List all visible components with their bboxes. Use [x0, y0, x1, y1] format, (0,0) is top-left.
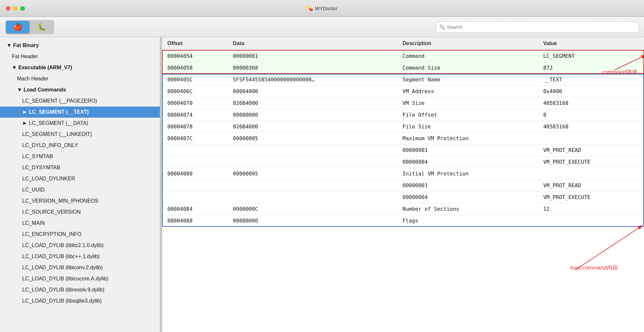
table-header-row: Offset Data Description Value	[162, 37, 644, 50]
cell-description: 00000001	[397, 144, 538, 156]
sidebar-item-lc-load-sqlite[interactable]: LC_LOAD_DYLIB (libsqlite3.dylib)	[0, 295, 160, 307]
cell-value: 40583168	[538, 97, 644, 109]
sidebar-item-lc-encryption-info[interactable]: LC_ENCRYPTION_INFO	[0, 229, 160, 240]
col-description: Description	[397, 37, 538, 50]
cell-value: LC_SEGMENT	[538, 50, 644, 62]
sidebar-item-lc-load-bz2[interactable]: LC_LOAD_DYLIB (libbz2.1.0.dylib)	[0, 240, 160, 251]
app-icon: 💊	[307, 5, 313, 11]
tab-buttons: 🍎 🐛	[5, 20, 54, 34]
cell-value: 12	[538, 203, 644, 215]
search-icon: 🔍	[439, 25, 445, 30]
sidebar-item-lc-symtab[interactable]: LC_SYMTAB	[0, 151, 160, 162]
table-area: Offset Data Description Value 0000405400…	[162, 37, 644, 332]
cell-data: 0000000C	[228, 203, 397, 215]
sidebar-item-lc-load-iconv[interactable]: LC_LOAD_DYLIB (libiconv.2.dylib)	[0, 262, 160, 273]
sidebar-item-lc-dyld[interactable]: LC_DYLD_INFO_ONLY	[0, 140, 160, 151]
sidebar-item-lc-load-dylinker[interactable]: LC_LOAD_DYLINKER	[0, 173, 160, 184]
sidebar-item-mach-header[interactable]: Mach Header	[0, 73, 160, 84]
sidebar-item-lc-uuid[interactable]: LC_UUID	[0, 184, 160, 195]
sidebar: ▼ Fat BinaryFat Header▼ Executable (ARM_…	[0, 37, 160, 332]
col-value: Value	[538, 37, 644, 50]
sidebar-item-lc-dysymtab[interactable]: LC_DYSYMTAB	[0, 162, 160, 173]
cell-value: __TEXT	[538, 74, 644, 86]
cell-value	[538, 215, 644, 227]
cell-description: Maximum VM Protection	[397, 133, 538, 144]
cell-description: File Offset	[397, 109, 538, 121]
cell-description: Number of Sections	[397, 203, 538, 215]
cell-description: File Size	[397, 121, 538, 133]
cell-data	[228, 156, 397, 168]
cell-data	[228, 144, 397, 156]
cell-value: 0	[538, 109, 644, 121]
cell-offset: 00004080	[162, 168, 228, 180]
table-row: 00000004VM_PROT_EXECUTE	[162, 156, 644, 168]
cell-offset: 00004074	[162, 109, 228, 121]
sidebar-item-lc-main[interactable]: LC_MAIN	[0, 218, 160, 229]
table-row: 0000407C00000005Maximum VM Protection	[162, 133, 644, 144]
search-input[interactable]	[436, 22, 639, 33]
sidebar-item-load-commands[interactable]: ▼ Load Commands	[0, 84, 160, 95]
cell-offset	[162, 180, 228, 191]
search-container: 🔍	[436, 22, 639, 33]
cell-data: 00000368	[228, 62, 397, 74]
cell-offset	[162, 156, 228, 168]
cell-data	[228, 191, 397, 203]
sidebar-item-executable[interactable]: ▼ Executable (ARM_V7)	[0, 62, 160, 73]
cell-data: 00000000	[228, 215, 397, 227]
table-row: 0000407400000000File Offset0	[162, 109, 644, 121]
sidebar-item-lc-data[interactable]: ► LC_SEGMENT (__DATA)	[0, 118, 160, 129]
table-row: 0000406C00004000VM Address0x4000	[162, 86, 644, 97]
app-title: WYDoctor	[315, 6, 337, 11]
cell-value: VM_PROT_READ	[538, 144, 644, 156]
toolbar: 🍎 🐛 🔍	[0, 17, 644, 37]
cell-data: 026B4000	[228, 97, 397, 109]
table-row: 0000408800000000Flags	[162, 215, 644, 227]
cell-data: 00000005	[228, 168, 397, 180]
cell-offset: 00004078	[162, 121, 228, 133]
table-row: 00000001VM_PROT_READ	[162, 180, 644, 191]
cell-description: Command Size	[397, 62, 538, 74]
col-offset: Offset	[162, 37, 228, 50]
cell-description: VM Size	[397, 97, 538, 109]
sidebar-item-lc-pagezero[interactable]: LC_SEGMENT (__PAGEZERO)	[0, 95, 160, 107]
close-button[interactable]	[6, 6, 10, 11]
window-controls	[6, 6, 25, 11]
cell-description: Segment Name	[397, 74, 538, 86]
cell-data: 00000005	[228, 133, 397, 144]
cell-offset	[162, 191, 228, 203]
table-row: 00004070026B4000VM Size40583168	[162, 97, 644, 109]
sidebar-item-lc-load-cpp[interactable]: LC_LOAD_DYLIB (libc++.1.dylib)	[0, 251, 160, 262]
sidebar-item-lc-version-min[interactable]: LC_VERSION_MIN_IPHONEOS	[0, 195, 160, 207]
cell-description: VM Address	[397, 86, 538, 97]
tab-apple[interactable]: 🍎	[6, 21, 29, 33]
sidebar-item-fat-binary[interactable]: ▼ Fat Binary	[0, 40, 160, 51]
main-content: ▼ Fat BinaryFat Header▼ Executable (ARM_…	[0, 37, 644, 332]
cell-data: 5F5F544558540000000000000…	[228, 74, 397, 86]
maximize-button[interactable]	[20, 6, 25, 11]
table-row: 00004078026B4000File Size40583168	[162, 121, 644, 133]
cell-description: 00000001	[397, 180, 538, 191]
sidebar-item-lc-source-version[interactable]: LC_SOURCE_VERSION	[0, 207, 160, 218]
sidebar-item-fat-header[interactable]: Fat Header	[0, 51, 160, 62]
cell-data: 00000000	[228, 109, 397, 121]
cell-offset: 00004070	[162, 97, 228, 109]
minimize-button[interactable]	[13, 6, 18, 11]
cell-offset	[162, 144, 228, 156]
sidebar-item-lc-text[interactable]: ► LC_SEGMENT (__TEXT)	[0, 107, 160, 118]
tab-bug[interactable]: 🐛	[30, 21, 53, 33]
cell-data	[228, 180, 397, 191]
cell-offset: 0000406C	[162, 86, 228, 97]
table-row: 00000001VM_PROT_READ	[162, 144, 644, 156]
col-data: Data	[228, 37, 397, 50]
sidebar-item-lc-linkedit[interactable]: LC_SEGMENT (__LINKEDIT)	[0, 129, 160, 140]
cell-value: 0x4000	[538, 86, 644, 97]
sidebar-item-lc-load-resolv[interactable]: LC_LOAD_DYLIB (libresolv.9.dylib)	[0, 284, 160, 295]
cell-offset: 0000407C	[162, 133, 228, 144]
cell-data: 026B4000	[228, 121, 397, 133]
sidebar-item-lc-load-icucore[interactable]: LC_LOAD_DYLIB (libicucore.A.dylib)	[0, 273, 160, 284]
cell-description: 00000004	[397, 156, 538, 168]
cell-offset: 00004058	[162, 62, 228, 74]
cell-value: VM_PROT_EXECUTE	[538, 191, 644, 203]
cell-description: Flags	[397, 215, 538, 227]
cell-value: 40583168	[538, 121, 644, 133]
